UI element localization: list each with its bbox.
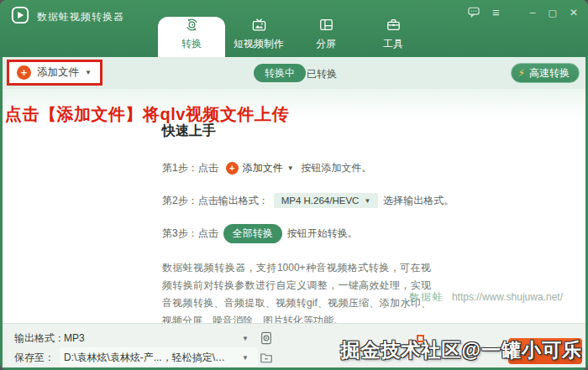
brand-name: 数据蛙 [409,290,444,305]
main-tab-bar: 转换 短视频制作 分屏 [158,17,427,57]
step1-button-label: 添加文件 [243,161,283,175]
save-to-chevron-icon[interactable]: ▼ [242,354,249,362]
tab-split-screen[interactable]: 分屏 [292,17,360,57]
step3-suffix: 按钮开始转换。 [287,227,358,241]
filter-converted[interactable]: 已转换 [307,67,337,81]
fast-convert-label: 高速转换 [529,66,570,81]
main-content: 点击【添加文件】将qlv视频文件上传 快速上手 第1步：点击 + 添加文件 ▼ … [3,89,585,323]
app-title: 数据蛙视频转换器 [37,10,124,24]
step2-suffix: 选择输出格式。 [383,194,454,208]
filter-converting-label: 转换中 [265,66,295,81]
filter-converting[interactable]: 转换中 [254,64,306,82]
step1-add-file-illustration: + 添加文件 ▼ [223,159,297,177]
brand-line: 数据蛙 https://www.shujuwa.net/ [409,290,563,305]
output-format-value[interactable]: MP3 [64,332,85,344]
fast-convert-button[interactable]: ⚡ 高速转换 [511,63,580,83]
step3-button-label: 全部转换 [233,227,273,241]
watermark-accent-square [417,335,424,342]
app-logo-icon [11,6,29,24]
filter-converted-label: 已转换 [307,68,337,80]
add-file-label: 添加文件 [37,65,79,80]
toolbar: + 添加文件 ▼ 转换中 已转换 ⚡ 高速转换 [3,57,585,89]
window-controls: ≡ – ▢ ✕ [468,7,578,18]
save-to-value[interactable]: D:\袁林炫\袁林炫-产...，轻松搞定\封面图\底图 [64,351,232,365]
close-button[interactable]: ✕ [570,8,578,18]
tab-tools-label: 工具 [383,37,403,51]
tools-icon [385,17,402,33]
save-to-label: 保存至： [14,351,55,365]
chevron-down-icon: ▼ [85,69,92,76]
split-screen-icon [318,17,335,33]
menu-icon[interactable]: ≡ [492,8,500,18]
step2-prefix: 第2步：点击输出格式： [162,194,269,208]
add-file-button[interactable]: + 添加文件 ▼ [9,62,100,83]
app-description: 数据蛙视频转换器，支持1000+种音视频格式转换，可在视频转换前对转换参数进行自… [162,259,431,330]
quick-start-title: 快速上手 [162,122,439,140]
tab-convert-label: 转换 [181,37,202,51]
tab-split-screen-label: 分屏 [316,37,336,51]
feedback-icon[interactable] [468,7,480,18]
output-format-chevron-icon[interactable]: ▼ [242,335,249,342]
brand-site-link[interactable]: https://www.shujuwa.net/ [452,291,563,303]
chevron-down-icon: ▼ [287,164,294,172]
chevron-down-icon: ▼ [364,197,370,205]
lightning-icon: ⚡ [518,67,525,79]
step2-format-illustration: MP4 H.264/HEVC ▼ [274,193,379,208]
watermark-text: 掘金技术社区@一罐小可乐 [341,337,582,363]
step3-convert-illustration: 全部转换 [223,224,282,243]
annotation-highlight-box: + 添加文件 ▼ [7,60,102,86]
plus-icon: + [17,65,31,80]
step1-prefix: 第1步：点击 [162,161,218,175]
title-bar: 数据蛙视频转换器 ≡ – ▢ ✕ [0,0,588,57]
plus-icon: + [226,162,239,175]
quick-start-panel: 快速上手 第1步：点击 + 添加文件 ▼ 按钮添加文件。 第2步：点击输出格式：… [162,122,439,330]
tab-short-video[interactable]: 短视频制作 [225,17,292,57]
app-window: 数据蛙视频转换器 ≡ – ▢ ✕ [0,0,588,370]
tab-convert[interactable]: 转换 [158,17,225,57]
maximize-button[interactable]: ▢ [549,8,557,18]
output-settings-icon[interactable] [260,331,273,345]
convert-icon [183,17,201,33]
open-folder-icon[interactable] [260,351,273,364]
step1-suffix: 按钮添加文件。 [302,161,372,175]
output-format-label: 输出格式： [14,331,65,346]
step-2: 第2步：点击输出格式： MP4 H.264/HEVC ▼ 选择输出格式。 [162,193,439,208]
tab-short-video-label: 短视频制作 [234,37,284,51]
minimize-button[interactable]: – [530,8,536,18]
short-video-icon [250,17,268,33]
step3-prefix: 第3步：点击 [162,227,218,241]
step-3: 第3步：点击 全部转换 按钮开始转换。 [162,224,439,243]
step-1: 第1步：点击 + 添加文件 ▼ 按钮添加文件。 [162,159,439,177]
step2-chip-label: MP4 H.264/HEVC [281,195,360,206]
tab-tools[interactable]: 工具 [360,17,427,57]
